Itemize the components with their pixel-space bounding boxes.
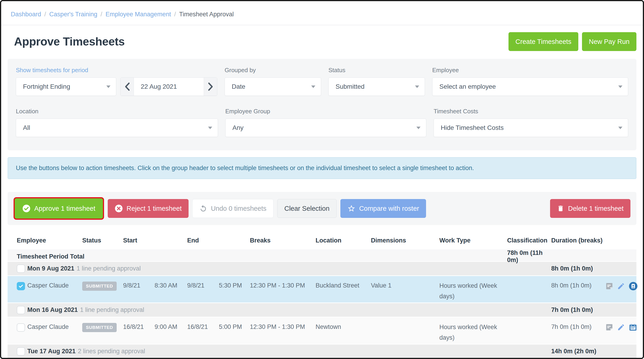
- app-window: Dashboard/Casper's Training/Employee Man…: [0, 0, 644, 359]
- cell-work-type: Hours worked (Week days): [439, 322, 507, 343]
- page-title: Approve Timesheets: [14, 35, 125, 48]
- status-value: Submitted: [336, 83, 364, 90]
- note-icon[interactable]: [605, 323, 614, 331]
- group-header-row[interactable]: Tue 17 Aug 20212 lines pending approval …: [8, 344, 636, 358]
- row-checkbox[interactable]: [17, 323, 25, 332]
- reject-button-label: Reject 1 timesheet: [126, 205, 182, 212]
- period-field: Show timesheets for period Fortnight End…: [16, 67, 217, 96]
- approve-button-label: Approve 1 timesheet: [34, 205, 95, 212]
- column-header-employee: Employee: [17, 237, 82, 244]
- row-checkbox-checked[interactable]: [17, 282, 25, 290]
- employee-group-select[interactable]: Any: [225, 119, 426, 137]
- delete-button-label: Delete 1 timesheet: [568, 205, 624, 212]
- cell-start-time: 9:00 AM: [154, 323, 187, 330]
- grouped-by-value: Date: [232, 83, 245, 90]
- timesheet-row[interactable]: Casper Claude SUBMITTED 16/8/21 9:00 AM …: [8, 317, 636, 344]
- group-checkbox[interactable]: [17, 306, 25, 314]
- column-header-classification: Classification: [507, 237, 551, 244]
- timesheet-row[interactable]: Casper Claude SUBMITTED 17/8/21 9:00 AM …: [8, 358, 636, 359]
- timesheet-costs-label: Timesheet Costs: [434, 108, 628, 115]
- timesheet-costs-value: Hide Timesheet Costs: [441, 124, 504, 131]
- star-icon: [347, 204, 356, 213]
- group-duration: 7h 0m (1h 0m): [551, 306, 605, 313]
- info-banner-text: Use the buttons below to action timeshee…: [16, 165, 474, 171]
- cell-duration: 8h 0m (1h 0m): [551, 282, 605, 289]
- timesheets-table: Employee Status Start End Breaks Locatio…: [8, 232, 636, 359]
- chevron-down-icon: [416, 127, 420, 129]
- location-field: Location All: [16, 108, 218, 137]
- employee-select[interactable]: Select an employee: [432, 78, 628, 96]
- roster-badge-icon[interactable]: [628, 281, 638, 291]
- timesheet-row[interactable]: Casper Claude SUBMITTED 9/8/21 8:30 AM 9…: [8, 275, 636, 302]
- calendar-icon[interactable]: [628, 323, 637, 332]
- filters-panel: Show timesheets for period Fortnight End…: [8, 59, 636, 150]
- breadcrumb-link-caspers-training[interactable]: Casper's Training: [50, 11, 98, 18]
- column-header-duration: Duration (breaks): [551, 237, 632, 244]
- date-input[interactable]: 22 Aug 2021: [134, 78, 204, 96]
- period-total-row: Timesheet Period Total 78h 0m (11h 0m): [8, 249, 636, 261]
- cell-start-date: 16/8/21: [123, 323, 154, 330]
- reject-button[interactable]: Reject 1 timesheet: [108, 199, 188, 218]
- employee-group-label: Employee Group: [225, 108, 426, 115]
- cell-location: Buckland Street: [316, 282, 371, 289]
- cell-breaks: 12:30 PM - 1:30 PM: [250, 323, 316, 330]
- timesheet-costs-select[interactable]: Hide Timesheet Costs: [434, 119, 628, 137]
- cell-duration: 7h 0m (1h 0m): [551, 323, 605, 330]
- pencil-icon[interactable]: [617, 323, 625, 331]
- location-select[interactable]: All: [16, 119, 218, 137]
- next-period-button[interactable]: [204, 78, 217, 96]
- trash-icon: [557, 205, 564, 212]
- cell-end-time: 5:00 PM: [219, 323, 250, 330]
- employee-field: Employee Select an employee: [432, 67, 628, 96]
- previous-period-button[interactable]: [120, 78, 134, 96]
- compare-with-roster-label: Compare with roster: [359, 205, 419, 212]
- note-icon[interactable]: [605, 282, 614, 290]
- breadcrumb-link-employee-management[interactable]: Employee Management: [106, 11, 171, 18]
- group-checkbox[interactable]: [17, 347, 25, 355]
- cell-start-date: 9/8/21: [123, 282, 154, 289]
- group-date: Mon 16 Aug 2021: [27, 306, 78, 313]
- chevron-right-icon: [208, 82, 214, 91]
- status-badge: SUBMITTED: [82, 281, 117, 291]
- undo-button-label: Undo 0 timesheets: [211, 205, 266, 212]
- create-timesheets-button[interactable]: Create Timesheets: [508, 32, 578, 51]
- table-header-row: Employee Status Start End Breaks Locatio…: [8, 232, 636, 249]
- pencil-icon[interactable]: [617, 282, 625, 290]
- status-select[interactable]: Submitted: [328, 78, 425, 96]
- cell-end-time: 5:30 PM: [219, 282, 250, 289]
- undo-button[interactable]: Undo 0 timesheets: [192, 199, 274, 218]
- compare-with-roster-button[interactable]: Compare with roster: [340, 199, 426, 218]
- cell-work-type: Hours worked (Week days): [439, 281, 507, 302]
- period-label: Show timesheets for period: [16, 67, 217, 74]
- group-date: Tue 17 Aug 2021: [27, 348, 76, 355]
- group-pending-note: 1 line pending approval: [77, 265, 141, 272]
- undo-icon: [199, 205, 207, 212]
- breadcrumb-separator: /: [100, 11, 102, 18]
- delete-button[interactable]: Delete 1 timesheet: [550, 199, 630, 218]
- grouped-by-select[interactable]: Date: [224, 78, 321, 96]
- employee-label: Employee: [432, 67, 628, 74]
- column-header-dimensions: Dimensions: [371, 237, 439, 244]
- chevron-down-icon: [106, 86, 110, 88]
- cell-employee: Casper Claude: [27, 323, 82, 330]
- group-checkbox[interactable]: [17, 264, 25, 273]
- cell-end-date: 16/8/21: [187, 323, 219, 330]
- group-date: Mon 9 Aug 2021: [27, 265, 74, 272]
- location-label: Location: [16, 108, 218, 115]
- employee-value: Select an employee: [439, 83, 496, 90]
- approve-button[interactable]: Approve 1 timesheet: [16, 199, 102, 218]
- breadcrumb-link-dashboard[interactable]: Dashboard: [11, 11, 41, 18]
- clear-selection-label: Clear Selection: [284, 205, 330, 212]
- breadcrumb: Dashboard/Casper's Training/Employee Man…: [1, 1, 643, 25]
- status-badge: SUBMITTED: [82, 323, 117, 332]
- status-field: Status Submitted: [328, 67, 425, 96]
- grouped-by-field: Grouped by Date: [224, 67, 321, 96]
- clear-selection-button[interactable]: Clear Selection: [277, 199, 337, 218]
- cell-employee: Casper Claude: [27, 282, 82, 289]
- group-header-row[interactable]: Mon 16 Aug 20211 line pending approval 7…: [8, 302, 636, 317]
- column-header-breaks: Breaks: [250, 237, 316, 244]
- chevron-down-icon: [618, 127, 622, 129]
- new-pay-run-button[interactable]: New Pay Run: [582, 32, 636, 51]
- period-select[interactable]: Fortnight Ending: [16, 78, 116, 96]
- timesheet-costs-field: Timesheet Costs Hide Timesheet Costs: [434, 108, 628, 137]
